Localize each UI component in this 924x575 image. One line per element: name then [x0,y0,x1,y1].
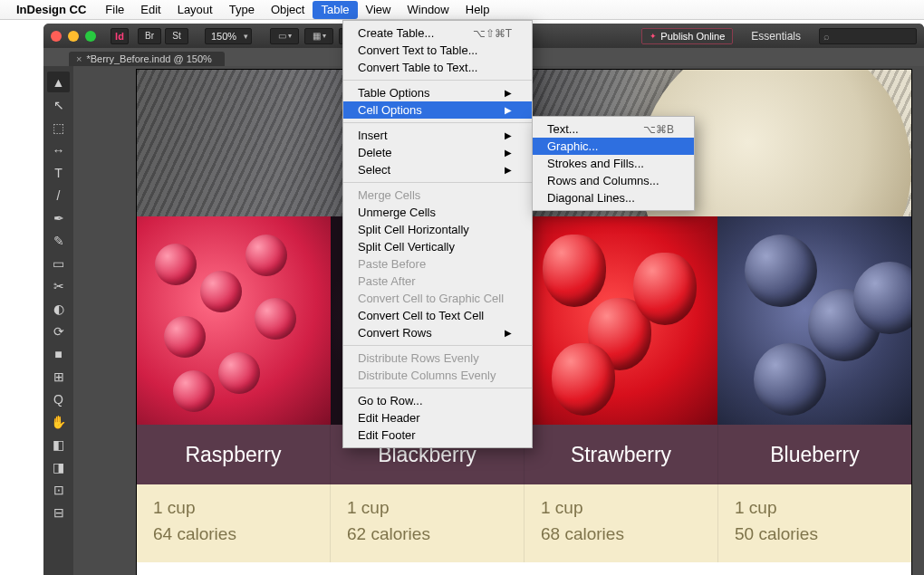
menu-item-paste-before: Paste Before [343,255,532,273]
cell-options-submenu: Text...⌥⌘BGraphic...Strokes and Fills...… [532,116,695,211]
menu-item-distribute-columns-evenly: Distribute Columns Evenly [343,367,532,384]
close-tab-icon[interactable]: × [76,53,82,64]
app-name: InDesign CC [16,3,86,16]
menu-item-select[interactable]: Select▶ [343,161,532,178]
tool-0[interactable]: ▲ [47,72,70,92]
minimize-window-icon[interactable] [68,31,79,42]
menu-item-cell-options[interactable]: Cell Options▶ [343,101,532,119]
tool-panel: ▲↖⬚↔T/✒✎▭✂◐⟳■⊞Q✋◧◨⊡⊟ [43,66,73,575]
menu-table[interactable]: Table [313,1,357,19]
tool-2[interactable]: ⬚ [47,117,70,138]
tool-9[interactable]: ✂ [47,275,70,296]
photo-blueberry [717,216,911,425]
cal-blackberry: 1 cup62 calories [330,484,524,562]
menu-layout[interactable]: Layout [169,1,221,19]
menu-type[interactable]: Type [221,1,263,19]
publish-label: Publish Online [660,31,725,42]
menu-help[interactable]: Help [457,1,498,19]
menu-item-unmerge-cells[interactable]: Unmerge Cells [343,204,532,221]
tool-6[interactable]: ✒ [47,207,70,228]
photo-strawberry [525,216,718,425]
control-dropdown-1[interactable]: ▭ [270,28,299,44]
cal-strawberry: 1 cup68 calories [524,484,717,562]
control-dropdown-2[interactable]: ▦ [304,28,333,44]
menu-item-text-[interactable]: Text...⌥⌘B [533,120,694,138]
calorie-row: 1 cup64 calories 1 cup62 calories 1 cup6… [137,484,911,562]
tool-8[interactable]: ▭ [47,253,70,273]
workspace-switcher[interactable]: Essentials [751,30,801,43]
label-strawberry: Strawberry [524,425,717,484]
menu-item-go-to-row-[interactable]: Go to Row... [343,392,532,409]
menu-item-paste-after: Paste After [343,273,532,290]
zoom-level-combo[interactable]: 150% [205,28,252,44]
menu-item-strokes-and-fills-[interactable]: Strokes and Fills... [533,155,694,172]
tool-13[interactable]: ⊞ [47,366,70,387]
indesign-badge-icon: Id [111,28,129,44]
publish-icon: ✦ [650,32,657,41]
tool-5[interactable]: / [47,185,70,206]
bridge-button[interactable]: Br [138,28,161,44]
menu-item-convert-cell-to-text-cell[interactable]: Convert Cell to Text Cell [343,307,532,324]
menu-item-convert-rows[interactable]: Convert Rows▶ [343,324,532,341]
document-tab-label: *Berry_Before.indd @ 150% [86,53,211,64]
document-tab[interactable]: × *Berry_Before.indd @ 150% [69,52,225,66]
tool-15[interactable]: ✋ [47,411,70,432]
menu-window[interactable]: Window [399,1,457,19]
tool-14[interactable]: Q [47,388,70,409]
menu-item-convert-text-to-table-[interactable]: Convert Text to Table... [343,42,532,59]
tool-19[interactable]: ⊟ [47,502,70,522]
tool-3[interactable]: ↔ [47,139,70,160]
close-window-icon[interactable] [51,31,62,42]
tool-17[interactable]: ◨ [47,456,70,477]
menu-file[interactable]: File [97,1,132,19]
menu-item-edit-footer[interactable]: Edit Footer [343,426,532,444]
cal-blueberry: 1 cup50 calories [717,484,911,562]
tool-7[interactable]: ✎ [47,230,70,251]
menu-object[interactable]: Object [263,1,313,19]
menu-view[interactable]: View [358,1,399,19]
menu-item-convert-table-to-text-[interactable]: Convert Table to Text... [343,59,532,76]
menu-item-graphic-[interactable]: Graphic... [533,138,694,155]
menu-item-merge-cells: Merge Cells [343,187,532,204]
search-icon: ⌕ [823,31,830,42]
menu-item-table-options[interactable]: Table Options▶ [343,84,532,101]
tool-11[interactable]: ⟳ [47,321,70,341]
menu-item-convert-cell-to-graphic-cell: Convert Cell to Graphic Cell [343,290,532,307]
menu-item-insert[interactable]: Insert▶ [343,127,532,144]
mac-menubar: InDesign CC File Edit Layout Type Object… [0,0,924,20]
menu-item-edit-header[interactable]: Edit Header [343,409,532,426]
tool-4[interactable]: T [47,162,70,183]
photo-raspberry [137,216,331,425]
menu-item-distribute-rows-evenly: Distribute Rows Evenly [343,350,532,367]
menu-item-split-cell-horizontally[interactable]: Split Cell Horizontally [343,221,532,238]
traffic-lights[interactable] [51,31,96,42]
menu-item-diagonal-lines-[interactable]: Diagonal Lines... [533,189,694,206]
cal-raspberry: 1 cup64 calories [137,484,330,562]
label-raspberry: Raspberry [137,425,330,484]
menu-item-rows-and-columns-[interactable]: Rows and Columns... [533,172,694,189]
stock-button[interactable]: St [165,28,188,44]
tool-10[interactable]: ◐ [47,298,70,319]
tool-12[interactable]: ■ [47,343,70,364]
tool-18[interactable]: ⊡ [47,479,70,500]
menu-item-delete[interactable]: Delete▶ [343,144,532,161]
zoom-window-icon[interactable] [85,31,96,42]
tool-16[interactable]: ◧ [47,434,70,455]
search-input[interactable]: ⌕ [819,28,917,44]
menu-edit[interactable]: Edit [132,1,168,19]
menu-item-split-cell-vertically[interactable]: Split Cell Vertically [343,238,532,255]
table-menu-dropdown: Create Table...⌥⇧⌘TConvert Text to Table… [342,20,533,448]
menu-item-create-table-[interactable]: Create Table...⌥⇧⌘T [343,24,532,42]
label-blueberry: Blueberry [717,425,911,484]
tool-1[interactable]: ↖ [47,94,70,115]
publish-online-button[interactable]: ✦ Publish Online [641,28,733,44]
